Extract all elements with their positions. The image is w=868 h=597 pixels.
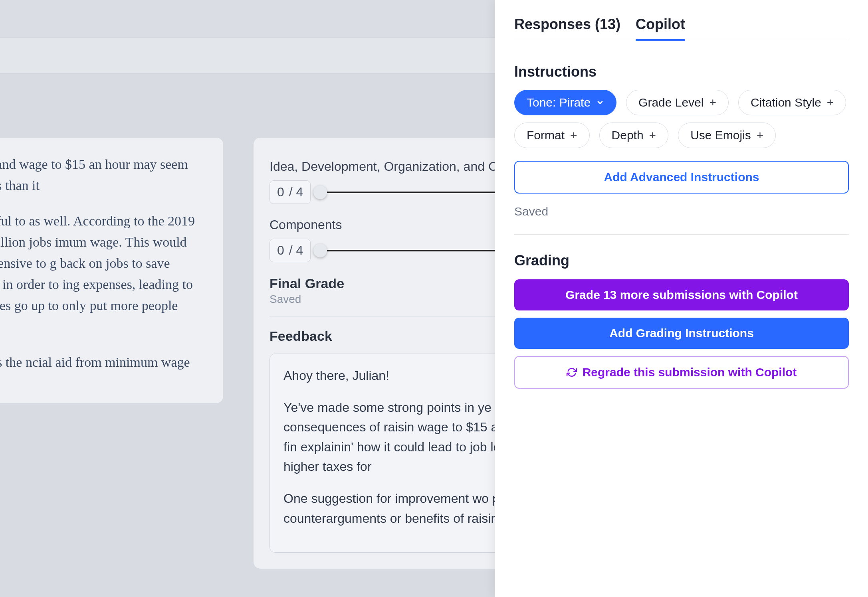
grading-heading: Grading [514,252,849,269]
grading-buttons: Grade 13 more submissions with Copilot A… [514,279,849,389]
divider [514,234,849,235]
score-max: / 4 [289,185,303,200]
chip-use-emojis[interactable]: Use Emojis + [678,123,776,148]
button-label: Add Grading Instructions [609,326,754,340]
chip-tone[interactable]: Tone: Pirate [514,90,616,115]
chip-depth[interactable]: Depth + [599,123,669,148]
instructions-heading: Instructions [514,63,849,80]
chip-format[interactable]: Format + [514,123,590,148]
plus-icon: + [757,128,764,142]
regrade-button[interactable]: Regrade this submission with Copilot [514,356,849,389]
refresh-icon [567,367,577,378]
grade-more-button[interactable]: Grade 13 more submissions with Copilot [514,279,849,310]
chip-label: Citation Style [751,96,821,109]
score-value: 0 [277,243,284,258]
essay-panel: ts extreme benefits and wage to $15 an h… [0,137,224,403]
chevron-down-icon [596,99,604,107]
header-strip-2 [0,38,495,73]
chip-label: Depth [612,128,644,142]
plus-icon: + [649,128,656,142]
plus-icon: + [709,96,717,109]
essay-paragraph: ts extreme benefits and wage to $15 an h… [0,154,206,196]
tab-responses[interactable]: Responses (13) [514,16,620,41]
button-label: Grade 13 more submissions with Copilot [565,288,798,302]
tab-copilot[interactable]: Copilot [636,16,685,41]
slider-thumb[interactable] [313,186,327,199]
tabs: Responses (13) Copilot [514,16,849,41]
chip-label: Tone: Pirate [527,96,591,109]
button-label: Regrade this submission with Copilot [583,366,797,379]
instructions-saved-label: Saved [514,205,849,218]
chip-label: Grade Level [638,96,704,109]
slider-thumb[interactable] [313,244,327,257]
plus-icon: + [827,96,834,109]
add-advanced-instructions-button[interactable]: Add Advanced Instructions [514,161,849,194]
score-box[interactable]: 0 / 4 [270,239,311,262]
essay-paragraph: ld not only be harmful to as well. Accor… [0,210,206,337]
chip-label: Use Emojis [690,128,751,142]
score-value: 0 [277,185,284,200]
add-grading-instructions-button[interactable]: Add Grading Instructions [514,318,849,349]
chip-label: Format [527,128,565,142]
chip-grade-level[interactable]: Grade Level + [626,90,729,115]
copilot-side-panel: Responses (13) Copilot Instructions Tone… [495,0,868,597]
instruction-chips: Tone: Pirate Grade Level + Citation Styl… [514,90,849,148]
chip-citation-style[interactable]: Citation Style + [738,90,846,115]
plus-icon: + [570,128,577,142]
button-label: Add Advanced Instructions [604,170,759,184]
header-strip-1 [0,0,495,38]
essay-paragraph: age to $15 decreases the ncial aid from … [0,352,206,373]
score-box[interactable]: 0 / 4 [270,180,311,204]
score-max: / 4 [289,243,303,258]
